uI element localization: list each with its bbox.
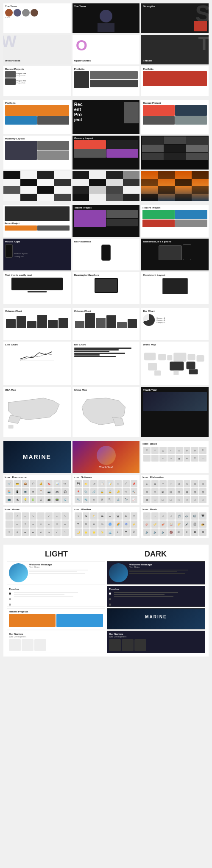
icon-elab-2: ◉ — [151, 480, 159, 487]
w-letter: W — [3, 35, 17, 51]
slide-threats: T Threats — [141, 35, 209, 64]
icon-elab-13: ▥ — [176, 488, 183, 495]
icon-bag: 🛍 — [61, 480, 69, 487]
icon-arrow-dbl-up: ⇑ — [22, 520, 29, 528]
icon-arrow-leftright: ↔ — [14, 520, 21, 528]
icon-elab-11: ▣ — [159, 488, 167, 495]
icon-item: ≡ — [199, 447, 206, 454]
icon-record: ⏺ — [199, 529, 206, 536]
slide-consistent-layout: Consistent Layout — [141, 272, 209, 304]
light-label: LIGHT — [7, 548, 106, 561]
slide-recent-project-big: RecentProject — [73, 100, 140, 134]
slide-title: China Map — [74, 389, 138, 391]
icon-mute: 🔇 — [167, 529, 175, 536]
row-15: Icon : Arrow ↑ ↗ → ↘ ↓ ↙ ← ↖ ↕ ↔ ⇑ ⇒ ⇓ ⇐ — [3, 507, 209, 538]
slide-title: The Team — [74, 5, 86, 8]
slide-column-chart-2: Column Chart — [73, 308, 140, 340]
checker-cell — [37, 186, 54, 194]
hbar-5 — [74, 354, 100, 356]
icon-elab-17: ▩ — [143, 496, 151, 503]
laptop-mockup — [159, 245, 182, 260]
icon-elab-24: ◶ — [199, 496, 206, 503]
icon-elab-21: ◳ — [176, 496, 183, 503]
bar-5 — [117, 322, 127, 328]
phone-mockup-2 — [101, 245, 111, 261]
ld-slide-welcome-dark: Welcome Message Text Slides — [107, 561, 205, 584]
slide-the-team-2: The Team — [73, 3, 140, 33]
slide-the-team-1: The Team — [3, 3, 71, 33]
slide-title: Icon : Weather — [74, 508, 139, 511]
icon-note-beamed: ♫ — [159, 512, 167, 520]
icon-music-note: 🎵 — [176, 512, 183, 520]
row-6 — [3, 171, 209, 201]
icon-item: □ — [143, 447, 151, 454]
marine-title: MARINE — [23, 453, 51, 460]
svg-rect-9 — [187, 362, 195, 369]
slide-recent-c: Recent Project — [141, 205, 209, 237]
icon-light-rain: 🌦 — [114, 512, 122, 520]
svg-rect-7 — [148, 363, 157, 370]
icon-sparkle: ✨ — [98, 529, 106, 536]
avatar-1 — [5, 9, 13, 17]
icon-headphone: 🎧 — [61, 488, 69, 495]
icon-wave: 🌊 — [106, 529, 114, 536]
hbar-1 — [74, 348, 132, 349]
icon-bright-star: 🌟 — [90, 529, 98, 536]
icon-saxophone: 🎷 — [176, 520, 183, 528]
slide-title: Bar Chart — [143, 310, 207, 312]
checker-cell — [37, 171, 54, 179]
slide-icon-music: Icon : Music ♩ ♪ ♫ ♬ 🎵 🎶 🎼 🎹 🎸 🎺 🎻 🥁 🎷 🎤 — [141, 507, 209, 538]
horizontal-bars — [74, 348, 138, 357]
orb-img-dark — [109, 563, 128, 582]
row-13: MARINE Thank You! Icon : Basic □ ○ △ ⋆ ◇… — [3, 441, 209, 473]
icon-key: 🔑 — [114, 488, 122, 495]
timeline-title-dark: Timeline — [109, 588, 203, 590]
slide-bar-chart-1: Bar Chart Category A Category B Category… — [141, 308, 209, 340]
icon-battery: 🔋 — [30, 496, 37, 503]
thank-you-bg — [143, 392, 207, 411]
donut-chart-container: Category A Category B Category C — [143, 314, 207, 326]
icon-item: ⊕ — [184, 447, 191, 454]
side-img — [124, 102, 139, 123]
main-img — [5, 206, 70, 221]
slide-recent-projects: Recent Projects Project Title Project Ti… — [3, 66, 71, 96]
welcome-sub: Text Slides — [29, 566, 103, 568]
icon-arrow-big-down: ⬇ — [14, 529, 21, 536]
icon-elab-9: ⊠ — [143, 488, 151, 495]
checker-cell — [3, 171, 20, 179]
thumb-1 — [5, 225, 37, 231]
icon-chart: 📊 — [53, 480, 61, 487]
bar-1 — [75, 321, 85, 328]
thankyou-text: Thank You! — [97, 466, 116, 468]
icon-link: 🔗 — [90, 488, 98, 495]
slide-checker-3 — [141, 171, 209, 201]
slide-title: Icon : Elaboration — [142, 476, 207, 479]
bar-1 — [6, 319, 16, 328]
icon-volume-mid: 🔉 — [151, 529, 159, 536]
icon-microscope: 🔬 — [114, 496, 122, 503]
separator-5 — [3, 540, 209, 543]
slide-icon-software: Icon : Software 💾 📁 🗂 📋 📝 ✏ 🖊 📌 📍 📎 🔗 🔒 … — [73, 475, 140, 506]
checker-cell — [20, 171, 37, 179]
icon-guitar: 🎸 — [143, 520, 151, 528]
icon-elab-10: ⊡ — [151, 488, 159, 495]
icon-arrow-return-left: ↩ — [37, 529, 45, 536]
icon-elab-5: ◍ — [176, 480, 183, 487]
avatar-2 — [14, 9, 21, 17]
icon-pin: 📌 — [131, 480, 138, 487]
icon-unlock: 🔓 — [106, 488, 114, 495]
icon-next: ⏭ — [184, 529, 191, 536]
slide-title: Remember, It's a phone — [143, 240, 207, 243]
icon-volume-high: 🔊 — [143, 529, 151, 536]
slide-china-map: China Map — [73, 387, 140, 437]
slide-checker-1 — [3, 171, 71, 201]
icon-old-key: 🗝 — [123, 488, 130, 495]
icon-item: ⋯ — [199, 455, 206, 462]
ld-grid: Welcome Message Text Slides Timeline — [7, 561, 205, 653]
slide-marine: MARINE — [3, 441, 71, 473]
icon-arrow-downleft: ↙ — [45, 512, 53, 520]
row-11: Line Chart Bar Chart — [3, 342, 209, 385]
icon-item: ▲ — [184, 455, 191, 462]
icon-item: ◇ — [176, 447, 183, 454]
icon-arrow-right: → — [22, 512, 29, 520]
